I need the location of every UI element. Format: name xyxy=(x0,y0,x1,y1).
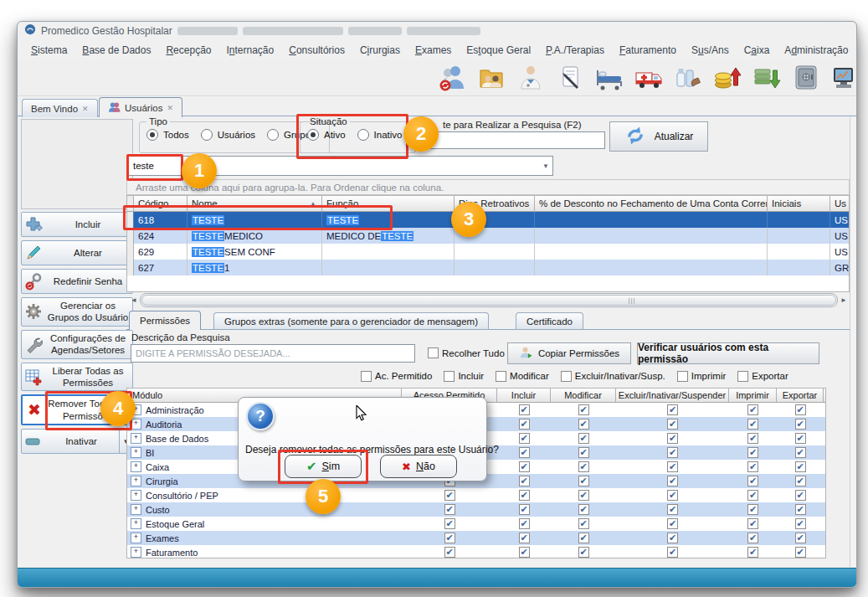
users-grid-column-us[interactable]: Us xyxy=(830,196,850,211)
scrollbar-thumb[interactable] xyxy=(141,295,836,306)
checkbox-icon[interactable] xyxy=(519,461,530,472)
filter-check-modificar[interactable]: Modificar xyxy=(496,371,549,382)
expand-plus-icon[interactable]: + xyxy=(131,504,141,515)
refresh-users-icon[interactable] xyxy=(436,63,467,94)
copiar-permissoes-button[interactable]: Copiar Permissões xyxy=(507,342,631,364)
checkbox-icon[interactable] xyxy=(578,447,589,458)
checkbox-icon[interactable] xyxy=(667,518,678,529)
ambulance-icon[interactable] xyxy=(633,63,664,94)
checkbox-icon[interactable] xyxy=(747,461,758,472)
checkbox-icon[interactable] xyxy=(519,504,530,515)
menu-item-consultorios[interactable]: Consultórios xyxy=(282,43,352,58)
doctor-icon[interactable] xyxy=(515,63,546,94)
radio-tipo-usuarios[interactable] xyxy=(201,129,213,141)
menu-item-caixa[interactable]: Caixa xyxy=(737,43,777,58)
checkbox-icon[interactable] xyxy=(667,533,678,543)
user-row-627[interactable]: 627TESTE1GR xyxy=(127,260,849,275)
menu-item-exames[interactable]: Exames xyxy=(408,43,458,58)
checkbox-icon[interactable] xyxy=(519,490,530,501)
checkbox-icon[interactable] xyxy=(747,447,758,458)
checkbox-icon[interactable] xyxy=(667,419,678,430)
sidebar-button-configuracoes-de-agendas-setores[interactable]: Configurações de Agendas/Setores xyxy=(21,330,133,359)
expand-plus-icon[interactable]: + xyxy=(131,518,141,529)
users-grid-column-de-desconto-no-fechamento-de-uma-conta-corrente[interactable]: % de Desconto no Fechamento de Uma Conta… xyxy=(535,196,768,211)
checkbox-icon[interactable] xyxy=(747,504,758,515)
perm-tab-permissoes[interactable]: Permissões xyxy=(129,311,201,330)
checkbox-icon[interactable] xyxy=(444,371,455,382)
checkbox-icon[interactable] xyxy=(667,447,678,458)
checkbox-icon[interactable] xyxy=(795,419,806,430)
checkbox-icon[interactable] xyxy=(747,419,758,430)
checkbox-icon[interactable] xyxy=(795,461,806,472)
permission-search-input[interactable]: DIGITE A PERMISSÃO DESEJADA... xyxy=(131,344,415,363)
sidebar-button-liberar-todas-as-permissoes[interactable]: Liberar Todas as Permissões xyxy=(21,363,133,392)
menu-item-administracao[interactable]: Administração xyxy=(778,43,855,58)
checkbox-icon[interactable] xyxy=(667,476,678,486)
checkbox-icon[interactable] xyxy=(795,547,806,558)
perm-tab-grupos-extras-somente-para-o-gerenciador-de-mensagem[interactable]: Grupos extras (somente para o gerenciado… xyxy=(213,312,489,330)
checkbox-icon[interactable] xyxy=(578,461,589,472)
perm-column-imprimir[interactable]: Imprimir xyxy=(729,389,777,402)
recolher-tudo-checkbox[interactable]: Recolher Tudo xyxy=(428,347,505,358)
perm-column-excluir-inativar-suspender[interactable]: Excluir/Inativar/Suspender xyxy=(616,389,729,402)
sidebar-button-gerenciar-os-grupos-do-usuario[interactable]: Gerenciar os Grupos do Usuário xyxy=(21,297,133,327)
chevron-down-icon[interactable]: ▼ xyxy=(539,162,552,170)
menu-item-recepcao[interactable]: Recepção xyxy=(159,43,218,58)
checkbox-icon[interactable] xyxy=(795,490,806,501)
checkbox-icon[interactable] xyxy=(747,518,758,529)
users-grid-column-iniciais[interactable]: Iniciais xyxy=(768,196,830,211)
user-search-input[interactable] xyxy=(419,131,605,149)
checkbox-icon[interactable] xyxy=(578,419,589,430)
expense-down-icon[interactable] xyxy=(751,63,782,94)
menu-item-estoque-geral[interactable]: Estoque Geral xyxy=(460,43,537,58)
expand-plus-icon[interactable]: + xyxy=(131,461,141,472)
checkbox-icon[interactable] xyxy=(578,547,589,558)
sidebar-button-inativar[interactable]: Inativar▼ xyxy=(21,429,133,454)
checkbox-icon[interactable] xyxy=(519,547,530,558)
sidebar-button-redefinir-senha[interactable]: Redefinir Senha xyxy=(21,269,133,294)
checkbox-icon[interactable] xyxy=(519,533,530,543)
module-row-estoque-geral[interactable]: +Estoque Geral xyxy=(127,517,825,531)
checkbox-icon[interactable] xyxy=(747,533,758,543)
module-row-exames[interactable]: +Exames xyxy=(127,531,825,545)
scroll-right-icon[interactable]: ► xyxy=(840,294,848,306)
radio-tipo-todos[interactable] xyxy=(146,129,158,141)
nao-button[interactable]: ✖ Não xyxy=(380,455,457,478)
checkbox-icon[interactable] xyxy=(667,504,678,515)
checkbox-icon[interactable] xyxy=(519,476,530,486)
patient-records-icon[interactable] xyxy=(475,63,506,94)
checkbox-icon[interactable] xyxy=(578,490,589,501)
filter-check-incluir[interactable]: Incluir xyxy=(444,371,484,382)
expand-plus-icon[interactable]: + xyxy=(131,490,141,501)
checkbox-icon[interactable] xyxy=(747,547,758,558)
content-vscrollbar[interactable] xyxy=(850,117,857,567)
atualizar-button[interactable]: Atualizar xyxy=(609,121,708,152)
checkbox-icon[interactable] xyxy=(795,533,806,543)
filter-check-exportar[interactable]: Exportar xyxy=(737,371,788,382)
menu-item-sistema[interactable]: Sistema xyxy=(24,43,74,58)
checkbox-icon[interactable] xyxy=(677,371,688,382)
pharmacy-icon[interactable] xyxy=(672,63,703,94)
checkbox-icon[interactable] xyxy=(578,504,589,515)
checkbox-icon[interactable] xyxy=(795,518,806,529)
filter-check-excluir-inativar-susp[interactable]: Excluir/Inativar/Susp. xyxy=(561,371,665,382)
checkbox-icon[interactable] xyxy=(444,547,455,558)
close-tab-icon[interactable]: ✕ xyxy=(82,105,89,113)
checkbox-icon[interactable] xyxy=(444,518,455,529)
expand-plus-icon[interactable]: + xyxy=(131,476,141,486)
menu-item-p-a-terapias[interactable]: P.A./Terapias xyxy=(539,43,611,58)
checkbox-icon[interactable] xyxy=(519,433,530,444)
checkbox-icon[interactable] xyxy=(561,371,572,382)
checkbox-icon[interactable] xyxy=(795,404,806,415)
radio-tipo-grupos[interactable] xyxy=(267,129,279,141)
checkbox-icon[interactable] xyxy=(444,490,455,501)
checkbox-icon[interactable] xyxy=(444,504,455,515)
menu-item-custo[interactable]: Custo xyxy=(856,43,857,58)
tab-usuarios[interactable]: Usuários ✕ xyxy=(99,97,182,117)
expand-plus-icon[interactable]: + xyxy=(131,547,141,558)
checkbox-icon[interactable] xyxy=(519,447,530,458)
revenue-up-icon[interactable] xyxy=(711,63,742,94)
checkbox-icon[interactable] xyxy=(747,490,758,501)
expand-plus-icon[interactable]: + xyxy=(131,533,141,543)
checkbox-icon[interactable] xyxy=(795,476,806,486)
